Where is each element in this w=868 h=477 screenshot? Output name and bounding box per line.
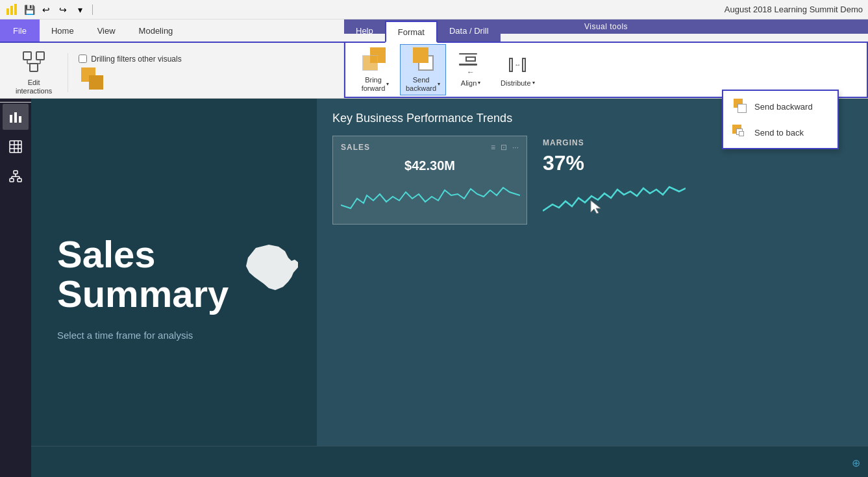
tab-modeling[interactable]: Modeling (127, 19, 185, 42)
svg-rect-11 (14, 112, 17, 123)
send-backward-dropdown: Send backward Send to back (722, 90, 839, 149)
visual-icon-1[interactable] (81, 67, 105, 91)
svg-rect-12 (19, 116, 21, 123)
widget-more-icon[interactable]: ··· (512, 143, 519, 152)
widget-expand-icon[interactable]: ⊡ (501, 143, 507, 152)
bring-forward-button[interactable]: Bring forward ▾ (356, 45, 395, 94)
margins-value: 37% (543, 151, 686, 175)
send-backward-dropdown-icon (732, 99, 748, 114)
drilling-label: Drilling filters other visuals (91, 55, 181, 64)
dropdown-send-backward[interactable]: Send backward (723, 93, 837, 119)
tab-file[interactable]: File (0, 19, 40, 42)
send-backward-icon (410, 47, 436, 73)
sidebar-icon-table[interactable] (3, 134, 29, 160)
title-bar-icons: 💾 ↩ ↪ ▾ (5, 3, 95, 17)
ribbon-right-section: Bring forward ▾ Send backward ▾ ← (344, 43, 868, 98)
svg-rect-10 (10, 115, 12, 123)
ribbon-tabs-row: Visual tools File Home View Modeling Hel… (0, 19, 868, 43)
sales-header-row: Sales Summary (57, 235, 291, 314)
margins-widget: MARGINS 37% (543, 136, 686, 226)
send-to-back-dropdown-label: Send to back (754, 128, 804, 138)
sales-widget: SALES ≡ ⊡ ··· $42.30M (332, 136, 527, 225)
charts-section: Key Business Performance Trends SALES ≡ … (317, 99, 868, 477)
sales-title-line2: Summary (57, 275, 229, 314)
tab-home[interactable]: Home (40, 19, 86, 42)
bring-forward-arrow: ▾ (386, 81, 389, 87)
svg-rect-1 (10, 6, 13, 15)
sales-panel: Sales Summary Select a time frame for an… (31, 99, 317, 477)
svg-rect-18 (14, 171, 18, 174)
undo-icon[interactable]: ↩ (39, 3, 53, 17)
ribbon-left-section: Editinteractions Drilling filters other … (0, 43, 344, 98)
bring-forward-icon (362, 47, 388, 73)
distribute-label: Distribute ▾ (501, 79, 534, 87)
sidebar-icon-hierarchy[interactable] (3, 164, 29, 190)
australia-map (236, 241, 308, 302)
edit-interactions-label: Editinteractions (16, 79, 52, 95)
sales-subtitle: Select a time frame for analysis (57, 330, 291, 341)
svg-rect-3 (23, 52, 31, 60)
dropdown-send-to-back[interactable]: Send to back (723, 119, 837, 145)
save-icon[interactable]: 💾 (22, 3, 36, 17)
tab-row-right: Help Format Data / Drill (344, 19, 501, 42)
sales-widget-label: SALES (341, 143, 370, 152)
dashboard: Sales Summary Select a time frame for an… (31, 99, 868, 477)
margins-label: MARGINS (543, 138, 686, 147)
main-area: Sales Summary Select a time frame for an… (0, 99, 868, 477)
redo-icon[interactable]: ↪ (56, 3, 70, 17)
tab-row-left: File Home View Modeling (0, 19, 184, 42)
sales-title-block: Sales Summary (57, 235, 229, 314)
customize-icon[interactable]: ▾ (73, 3, 87, 17)
title-divider (92, 5, 93, 15)
send-backward-dropdown-label: Send backward (754, 102, 813, 112)
tab-view[interactable]: View (86, 19, 127, 42)
margins-sparkline (543, 175, 686, 221)
svg-rect-4 (36, 52, 44, 60)
align-icon: ← (459, 53, 482, 77)
svg-rect-5 (30, 64, 38, 71)
project-title: August 2018 Learning Summit Demo (725, 5, 863, 14)
align-label: Align ▾ (461, 79, 480, 87)
send-backward-arrow: ▾ (438, 81, 440, 87)
ribbon: Editinteractions Drilling filters other … (0, 43, 868, 99)
align-arrow: ▾ (478, 80, 480, 86)
sales-value: $42.30M (341, 156, 519, 176)
bring-forward-label: Bring forward ▾ (362, 76, 390, 92)
align-button[interactable]: ← Align ▾ (451, 51, 490, 90)
tab-format[interactable]: Format (385, 21, 438, 43)
app-logo (5, 3, 19, 17)
tab-data-drill[interactable]: Data / Drill (438, 19, 501, 42)
send-backward-button[interactable]: Send backward ▾ (400, 44, 446, 95)
sales-widget-actions: ≡ ⊡ ··· (491, 143, 519, 152)
section-divider (68, 53, 68, 92)
tab-help[interactable]: Help (344, 19, 385, 42)
drilling-section: Drilling filters other visuals (79, 55, 181, 91)
ribbon-left-content: Editinteractions Drilling filters other … (0, 43, 343, 102)
bottom-strip (31, 446, 868, 477)
corner-indicator: ⊕ (852, 457, 860, 469)
edit-interactions-icon (22, 49, 45, 76)
distribute-button[interactable]: ↔ Distribute ▾ (495, 51, 539, 90)
widget-menu-icon[interactable]: ≡ (491, 143, 495, 152)
drilling-checkbox-row[interactable]: Drilling filters other visuals (79, 55, 181, 64)
send-to-back-dropdown-icon (732, 125, 748, 140)
svg-rect-13 (10, 141, 21, 153)
sidebar (0, 99, 31, 477)
svg-rect-20 (18, 178, 21, 182)
send-backward-label: Send backward ▾ (406, 76, 440, 92)
svg-rect-2 (14, 4, 17, 15)
sales-title-line1: Sales (57, 235, 229, 275)
sales-widget-header: SALES ≡ ⊡ ··· (341, 143, 519, 152)
distribute-arrow: ▾ (532, 80, 535, 86)
visual-type-icons (79, 67, 181, 91)
distribute-icon: ↔ (504, 53, 530, 77)
drilling-checkbox[interactable] (79, 55, 87, 63)
svg-rect-19 (10, 178, 14, 182)
sales-sparkline (341, 176, 520, 215)
edit-interactions-button[interactable]: Editinteractions (10, 47, 57, 98)
svg-rect-0 (6, 8, 9, 15)
title-bar: 💾 ↩ ↪ ▾ August 2018 Learning Summit Demo (0, 0, 868, 19)
